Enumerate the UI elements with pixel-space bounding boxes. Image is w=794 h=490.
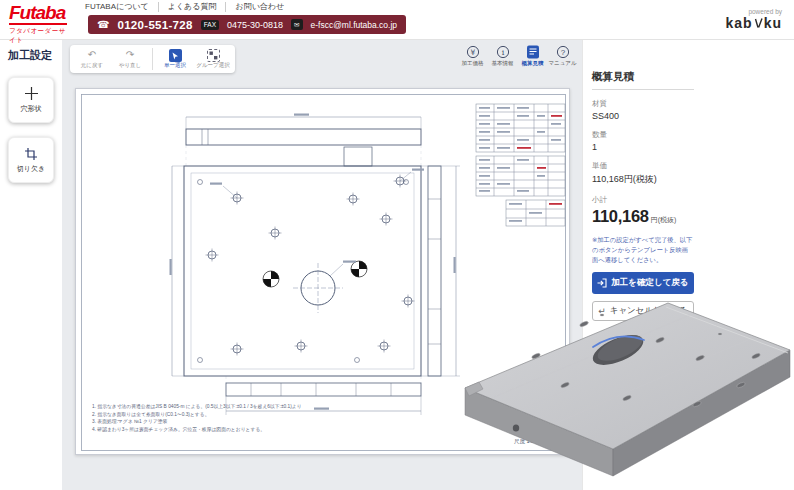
estimate-title: 概算見積 bbox=[592, 70, 694, 90]
quantity-value: 1 bbox=[592, 142, 694, 152]
notch-icon bbox=[24, 146, 38, 161]
drawing-note-line: 2. 指示なき面取りは全て糸面取り(C0.1〜0.3)とする。 bbox=[92, 411, 422, 419]
help-icon: ? bbox=[556, 45, 570, 59]
manual-button[interactable]: ? マニュアル bbox=[549, 45, 576, 67]
processing-price-button[interactable]: ¥ 加工価格 bbox=[459, 45, 486, 67]
vt-label: 基本情報 bbox=[492, 60, 514, 67]
kabuku-logo-right: ku bbox=[764, 15, 782, 31]
fax-number: 0475-30-0818 bbox=[227, 20, 283, 30]
group-select-button[interactable]: グループ選択 bbox=[197, 49, 229, 69]
group-select-icon bbox=[207, 49, 220, 62]
nav-about[interactable]: FUTABAについて bbox=[76, 2, 158, 12]
info-icon: i bbox=[496, 45, 510, 59]
logo-brand: Futaba bbox=[9, 3, 71, 23]
phone-icon: ☎ bbox=[97, 19, 109, 30]
logo-rule bbox=[9, 23, 67, 25]
vt-label: 加工価格 bbox=[462, 60, 484, 67]
undo-label: 元に戻す bbox=[81, 62, 103, 69]
svg-text:?: ? bbox=[560, 48, 565, 57]
undo-icon: ↶ bbox=[88, 49, 96, 62]
unit-price-value: 110,168円(税抜) bbox=[592, 173, 694, 186]
phone-number: 0120-551-728 bbox=[117, 19, 192, 31]
redo-icon: ↷ bbox=[126, 49, 134, 62]
enter-arrow-icon bbox=[597, 278, 607, 288]
notch-tool-button[interactable]: 切り欠き bbox=[8, 137, 54, 183]
single-select-icon bbox=[169, 49, 182, 62]
sidebar: 加工設定 穴形状 切り欠き bbox=[0, 40, 62, 490]
subtotal-unit: 円(税抜) bbox=[651, 215, 677, 225]
basic-info-button[interactable]: i 基本情報 bbox=[489, 45, 516, 67]
3d-part-preview[interactable] bbox=[452, 293, 794, 490]
confirm-button[interactable]: 加工を確定して戻る bbox=[592, 272, 694, 294]
header: Futaba フタバオーダーサイト FUTABAについて よくある質問 お問い合… bbox=[0, 0, 794, 40]
drawing-note-line: 3. 表面処理:マグネ №1 クリア塗装 bbox=[92, 418, 422, 426]
hole-shape-tool-button[interactable]: 穴形状 bbox=[8, 77, 54, 123]
unit-price-label: 単価 bbox=[592, 161, 694, 171]
mail-icon: ✉ bbox=[291, 19, 302, 30]
kabuku-mark-icon bbox=[754, 18, 763, 29]
contact-bar: ☎ 0120-551-728 FAX 0475-30-0818 ✉ e-fscc… bbox=[88, 15, 406, 34]
svg-text:i: i bbox=[501, 48, 504, 57]
single-select-button[interactable]: 単一選択 bbox=[159, 49, 191, 69]
estimate-doc-icon bbox=[526, 45, 540, 59]
powered-by: powered by kab ku bbox=[726, 8, 782, 31]
tool-label: 穴形状 bbox=[21, 104, 42, 114]
subtotal-value: 110,168 bbox=[592, 207, 649, 226]
redo-button[interactable]: ↷ やり直し bbox=[114, 49, 146, 69]
view-toolbar: ¥ 加工価格 i 基本情報 概算見積 bbox=[459, 45, 576, 67]
logo-subtitle: フタバオーダーサイト bbox=[9, 27, 71, 45]
subtotal-label: 小計 bbox=[592, 195, 694, 205]
price-icon: ¥ bbox=[466, 45, 480, 59]
top-nav: FUTABAについて よくある質問 お問い合わせ bbox=[76, 0, 293, 14]
vt-label: マニュアル bbox=[548, 60, 576, 67]
redo-label: やり直し bbox=[119, 62, 141, 69]
drawing-notes: 1. 指示なき寸法の普通公差はJIS B 0405-m による。(0.5以上3以… bbox=[92, 403, 422, 434]
single-select-label: 単一選択 bbox=[164, 62, 186, 69]
app-root: Futaba フタバオーダーサイト FUTABAについて よくある質問 お問い合… bbox=[0, 0, 794, 490]
undo-button[interactable]: ↶ 元に戻す bbox=[76, 49, 108, 69]
estimate-note: ※加工の設定がすべて完了後、以下のボタンからテンプレート反映画面へ遷移してくださ… bbox=[592, 235, 694, 264]
tool-label: 切り欠き bbox=[17, 164, 45, 174]
confirm-button-label: 加工を確定して戻る bbox=[611, 277, 688, 289]
edit-toolbar: ↶ 元に戻す ↷ やり直し 単一選択 bbox=[70, 45, 235, 73]
toolbar-divider bbox=[152, 48, 153, 70]
kabuku-logo: kab ku bbox=[726, 15, 782, 31]
quantity-label: 数量 bbox=[592, 130, 694, 140]
powered-by-prefix: powered by bbox=[726, 8, 782, 15]
fax-badge: FAX bbox=[201, 20, 219, 30]
material-label: 材質 bbox=[592, 99, 694, 109]
kabuku-logo-left: kab bbox=[726, 15, 753, 31]
drawing-note-line: 1. 指示なき寸法の普通公差はJIS B 0405-m による。(0.5以上3以… bbox=[92, 403, 422, 411]
vt-label: 概算見積 bbox=[522, 60, 544, 67]
estimate-button[interactable]: 概算見積 bbox=[519, 45, 546, 67]
drawing-note-line: 4. 確認まわり3ヶ所は裏面チェック済み。穴位置・板厚は図面のとおりとする。 bbox=[92, 426, 422, 434]
material-value: SS400 bbox=[592, 111, 694, 121]
email-address[interactable]: e-fscc@ml.futaba.co.jp bbox=[311, 20, 398, 30]
plus-icon bbox=[24, 86, 39, 101]
futaba-logo[interactable]: Futaba フタバオーダーサイト bbox=[9, 3, 71, 45]
svg-text:¥: ¥ bbox=[470, 48, 475, 57]
subtotal-row: 110,168 円(税抜) bbox=[592, 207, 694, 226]
estimate-panel: 概算見積 材質 SS400 数量 1 単価 110,168円(税抜) 小計 11… bbox=[592, 70, 694, 321]
nav-contact[interactable]: お問い合わせ bbox=[225, 2, 293, 12]
group-select-label: グループ選択 bbox=[196, 62, 229, 69]
3d-plate-render bbox=[452, 293, 794, 490]
nav-faq[interactable]: よくある質問 bbox=[158, 2, 226, 12]
